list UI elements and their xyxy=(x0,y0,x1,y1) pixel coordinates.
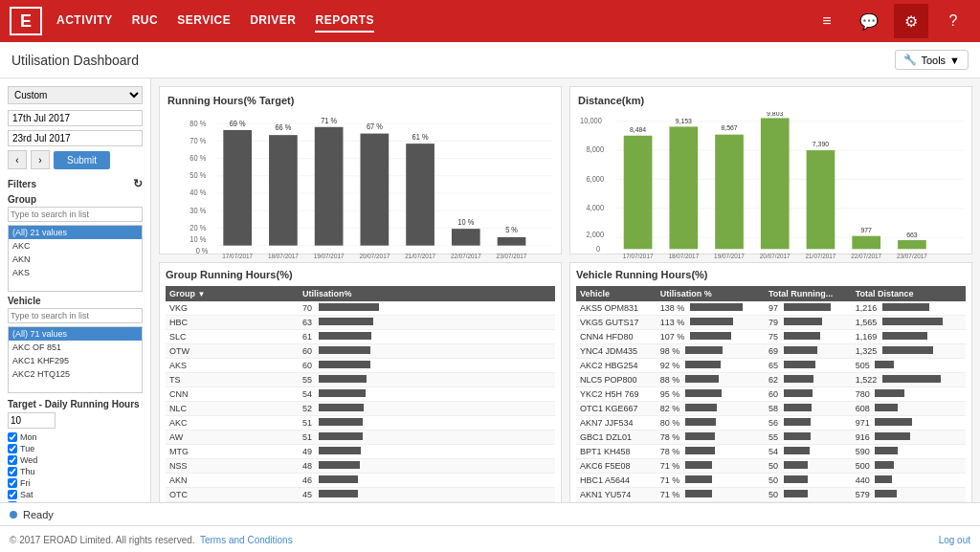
refresh-icon[interactable]: ↻ xyxy=(133,177,143,190)
submit-button[interactable]: Submit xyxy=(54,151,110,169)
svg-rect-59 xyxy=(852,236,880,250)
thu-checkbox[interactable] xyxy=(8,467,17,476)
vehicle-col-header[interactable]: Vehicle xyxy=(576,286,657,301)
help-icon: ? xyxy=(949,12,958,30)
date-navigation: ‹ › Submit xyxy=(8,150,143,169)
vehicle-running-col-header[interactable]: Total Running... xyxy=(765,286,852,301)
vehicle-search-input[interactable] xyxy=(8,308,143,323)
wed-checkbox[interactable] xyxy=(8,455,17,465)
util-cell: 71 % xyxy=(657,458,765,473)
util-cell: 71 % xyxy=(657,473,765,487)
svg-text:30 %: 30 % xyxy=(189,206,206,215)
sidebar: Custom ‹ › Submit Filters ↻ Group (All) … xyxy=(0,78,151,502)
sun-checkbox[interactable] xyxy=(8,501,17,502)
target-label: Target - Daily Running Hours xyxy=(8,399,143,409)
gear-icon: ⚙ xyxy=(904,12,918,31)
table-row: HBC 63 xyxy=(166,315,555,329)
distance-cell: 579 xyxy=(852,487,966,501)
tue-checkbox[interactable] xyxy=(8,444,17,453)
target-input[interactable] xyxy=(8,412,56,429)
nav-reports[interactable]: REPORTS xyxy=(315,10,374,33)
group-search-input[interactable] xyxy=(8,207,143,222)
nav-driver[interactable]: DRIVER xyxy=(250,10,296,33)
footer-copyright: © 2017 EROAD Limited. All rights reserve… xyxy=(10,535,293,545)
svg-text:23/07/2017: 23/07/2017 xyxy=(497,253,527,259)
status-indicator xyxy=(10,511,17,519)
vehicle-util-col-header[interactable]: Utilisation % xyxy=(657,286,765,301)
svg-text:4,000: 4,000 xyxy=(586,204,604,213)
group-running-table: Group ▼ Utilisation% VKG 70 HBC 63 SLC 6… xyxy=(166,286,555,502)
vehicle-list-item[interactable]: (All) 71 values xyxy=(9,327,142,341)
util-cell: 80 % xyxy=(657,415,765,430)
util-cell: 113 % xyxy=(657,315,765,329)
svg-rect-21 xyxy=(315,127,344,246)
date-next-button[interactable]: › xyxy=(31,150,50,169)
group-list-item[interactable]: AKN xyxy=(9,253,142,266)
group-filter-list[interactable]: (All) 21 values AKC AKN AKS xyxy=(8,225,143,292)
date-from-input[interactable] xyxy=(8,110,143,126)
target-section: Target - Daily Running Hours Mon Tue Wed… xyxy=(8,399,143,502)
group-list-item[interactable]: (All) 21 values xyxy=(9,226,142,239)
nav-service[interactable]: SERVICE xyxy=(177,10,231,33)
utilisation-col-header[interactable]: Utilisation% xyxy=(299,286,555,301)
vehicle-distance-col-header[interactable]: Total Distance xyxy=(852,286,966,301)
table-row: OTC 45 xyxy=(166,487,555,501)
nav-ruc[interactable]: RUC xyxy=(132,10,159,33)
svg-text:19/07/2017: 19/07/2017 xyxy=(714,253,745,259)
table-row: GBC1 DZL01 78 % 55 916 xyxy=(576,430,966,444)
vehicle-cell: BPT1 KH458 xyxy=(576,444,657,458)
svg-text:663: 663 xyxy=(906,231,917,240)
vehicle-filter: Vehicle (All) 71 values AKC OF 851 AKC1 … xyxy=(8,296,143,393)
util-cell: 71 % xyxy=(657,487,765,501)
status-bar: Ready xyxy=(0,502,980,525)
group-list-item[interactable]: AKC xyxy=(9,239,142,253)
utilisation-cell: 51 xyxy=(299,430,555,444)
date-to-input[interactable] xyxy=(8,130,143,146)
svg-text:977: 977 xyxy=(860,226,871,235)
svg-text:61 %: 61 % xyxy=(412,133,429,143)
vehicle-filter-list[interactable]: (All) 71 values AKC OF 851 AKC1 KHF295 A… xyxy=(8,326,143,393)
utilisation-cell: 55 xyxy=(299,372,555,386)
date-preset-select[interactable]: Custom xyxy=(8,86,143,104)
running-cell: 55 xyxy=(765,430,852,444)
distance-cell: 505 xyxy=(852,358,966,372)
running-cell: 56 xyxy=(765,415,852,430)
table-row: SLC 61 xyxy=(166,329,555,343)
gear-icon-button[interactable]: ⚙ xyxy=(894,4,928,38)
vehicle-list-item[interactable]: AKC2 HTQ125 xyxy=(9,367,142,381)
vehicle-list-item[interactable]: AKC OF 851 xyxy=(9,341,142,354)
running-cell: 75 xyxy=(765,329,852,343)
group-cell: SLC xyxy=(166,329,299,343)
vehicle-list-item[interactable]: AKC1 KHF295 xyxy=(9,354,142,367)
list-icon-button[interactable]: ≡ xyxy=(810,4,844,38)
svg-text:18/07/2017: 18/07/2017 xyxy=(668,253,699,259)
group-list-item[interactable]: AKS xyxy=(9,266,142,279)
sat-checkbox[interactable] xyxy=(8,490,17,499)
svg-text:21/07/2017: 21/07/2017 xyxy=(806,253,836,259)
group-col-header[interactable]: Group ▼ xyxy=(166,286,299,301)
day-wed: Wed xyxy=(8,455,143,465)
svg-text:17/07/2017: 17/07/2017 xyxy=(623,253,654,259)
top-navigation: E ACTIVITY RUC SERVICE DRIVER REPORTS ≡ … xyxy=(0,0,980,42)
table-row: AKC 51 xyxy=(166,415,555,430)
logout-link[interactable]: Log out xyxy=(939,535,970,545)
help-icon-button[interactable]: ? xyxy=(936,4,970,38)
utilisation-cell: 52 xyxy=(299,401,555,415)
utilisation-cell: 45 xyxy=(299,487,555,501)
table-row: HBC1 A5644 71 % 50 440 xyxy=(576,473,966,487)
chat-icon-button[interactable]: 💬 xyxy=(852,4,886,38)
svg-rect-23 xyxy=(361,134,390,246)
distance-cell: 1,216 xyxy=(852,301,966,316)
terms-link[interactable]: Terms and Conditions xyxy=(200,535,293,545)
tools-button[interactable]: 🔧 Tools ▼ xyxy=(895,50,969,70)
vehicle-cell: VKG5 GUTS17 xyxy=(576,315,657,329)
charts-area: Running Hours(% Target) 80 % 70 % 60 % 5… xyxy=(151,78,980,502)
fri-checkbox[interactable] xyxy=(8,478,17,488)
table-row: AKS5 OPM831 138 % 97 1,216 xyxy=(576,301,966,316)
vehicle-cell: CNN4 HFD80 xyxy=(576,329,657,343)
date-prev-button[interactable]: ‹ xyxy=(8,150,27,169)
nav-activity[interactable]: ACTIVITY xyxy=(56,10,113,33)
mon-checkbox[interactable] xyxy=(8,432,17,442)
svg-text:19/07/2017: 19/07/2017 xyxy=(314,253,345,259)
running-cell: 97 xyxy=(765,301,852,316)
